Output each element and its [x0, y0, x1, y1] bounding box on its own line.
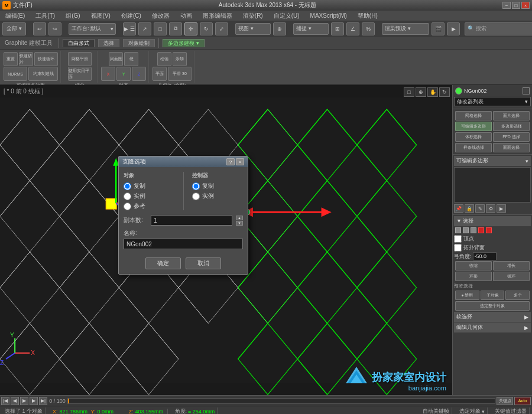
- sub-level-vertex[interactable]: [455, 227, 461, 233]
- rb-hard[interactable]: 硬: [124, 52, 138, 66]
- radio-ctrl-copy[interactable]: 复制: [192, 182, 244, 190]
- rb-axis-x[interactable]: X: [101, 67, 115, 81]
- multi-select-btn[interactable]: 多边形选择: [493, 122, 530, 131]
- redo-button[interactable]: ↪: [48, 22, 61, 35]
- select-dropdown-status[interactable]: 选定对象 ▾: [457, 408, 488, 414]
- tab-select[interactable]: 选择: [98, 39, 119, 47]
- coord-center[interactable]: ⊕: [273, 22, 286, 35]
- menu-tools[interactable]: 工具(T): [33, 11, 58, 21]
- tab-obj-paint[interactable]: 对象绘制: [123, 39, 155, 47]
- menu-help[interactable]: 帮助(H): [355, 11, 381, 21]
- snap-dropdown[interactable]: 捕捉 ▾: [293, 23, 329, 35]
- move-tool[interactable]: ✛: [184, 22, 197, 35]
- scale-tool[interactable]: ⤢: [215, 22, 228, 35]
- count-down[interactable]: ▼: [236, 221, 243, 226]
- prev-param-btn[interactable]: ⚙: [486, 204, 495, 213]
- multi-btn[interactable]: 多个: [505, 291, 530, 300]
- ok-button[interactable]: 确定: [145, 257, 181, 269]
- menu-customize[interactable]: 自定义(U): [271, 11, 303, 21]
- rb-use-plane[interactable]: 使用实用平面: [68, 67, 92, 81]
- rb-smooth30[interactable]: 平滑 30: [168, 67, 192, 81]
- radio-reference[interactable]: 参考: [124, 202, 175, 210]
- search-input-btn[interactable]: 🔍 搜索: [465, 22, 532, 35]
- rb-quick-loop[interactable]: 快速循环: [34, 52, 58, 66]
- ring-btn[interactable]: 环形: [455, 272, 492, 281]
- prev-pin-btn[interactable]: 📌: [454, 204, 463, 213]
- dialog-help-btn[interactable]: ?: [226, 158, 235, 165]
- coord-dropdown[interactable]: 视图 ▾: [235, 23, 271, 35]
- name-input[interactable]: [124, 239, 243, 249]
- rb-axis-z[interactable]: Z: [132, 67, 146, 81]
- workspace-dropdown[interactable]: 工作台: 默认 ▾: [69, 23, 116, 35]
- angle-input[interactable]: [473, 252, 497, 260]
- undo-button[interactable]: ↩: [33, 22, 46, 35]
- grow-btn[interactable]: 增长: [493, 261, 530, 270]
- timeline-prev-btn[interactable]: ◀: [11, 397, 19, 405]
- timeline-next-btn[interactable]: ▶: [30, 397, 38, 405]
- menu-group[interactable]: 组(G): [63, 11, 83, 21]
- menu-file[interactable]: 文件(F): [13, 1, 33, 9]
- menu-animation[interactable]: 动画: [177, 11, 195, 21]
- all-dropdown[interactable]: 全部 ▾: [2, 22, 26, 35]
- maximize-button[interactable]: □: [512, 2, 520, 9]
- radio-instance[interactable]: 实例: [124, 192, 175, 200]
- patch-select-btn[interactable]: 面片选择: [493, 111, 530, 120]
- select-filter[interactable]: ▶ ☰: [123, 22, 136, 35]
- menu-create[interactable]: 创建(C): [118, 11, 144, 21]
- rb-mesh-smooth[interactable]: 网格平滑: [68, 52, 92, 66]
- timeline-last-btn[interactable]: ▶|: [39, 397, 47, 405]
- cancel-button[interactable]: 取消: [186, 257, 221, 269]
- vp-pan[interactable]: ✋: [427, 87, 438, 97]
- vp-zoom-ext[interactable]: ⊕: [416, 87, 426, 97]
- soft-select-header[interactable]: 软选择 ▶: [454, 312, 531, 322]
- close-button[interactable]: ×: [521, 2, 530, 9]
- prev-anim-btn[interactable]: ▶: [497, 204, 506, 213]
- snap-btn[interactable]: ⊞: [331, 22, 344, 35]
- timeline-track[interactable]: [67, 398, 495, 404]
- select-entire-btn[interactable]: 选定整个对象: [455, 301, 530, 311]
- sub-level-elem[interactable]: [486, 227, 492, 233]
- menu-maxscript[interactable]: MAXScript(M): [307, 12, 350, 19]
- topo-checkbox[interactable]: [454, 244, 462, 252]
- rotate-tool[interactable]: ↻: [200, 22, 213, 35]
- rb-relax[interactable]: 松弛: [157, 52, 171, 66]
- viewport-3d[interactable]: [ * 0 前 0 线框 ] □ ⊕ ✋ ↻: [0, 85, 452, 395]
- count-up[interactable]: ▲: [236, 216, 243, 220]
- menu-graph-editor[interactable]: 图形编辑器: [200, 11, 235, 21]
- rb-axis-y[interactable]: Y: [116, 67, 131, 81]
- rb-plane[interactable]: 平面: [153, 67, 167, 81]
- select-obj[interactable]: ↗: [138, 22, 151, 35]
- menu-render[interactable]: 渲染(R): [240, 11, 266, 21]
- object-color-dot[interactable]: [455, 87, 462, 94]
- prev-edit-btn[interactable]: ✎: [475, 204, 485, 213]
- spline-select-btn[interactable]: 样条线选择: [455, 143, 492, 152]
- dialog-close-btn[interactable]: ×: [236, 158, 244, 165]
- rb-constraint[interactable]: 约束制造线: [28, 67, 58, 81]
- poly-select-btn[interactable]: 可编辑多边形: [455, 122, 492, 131]
- rb-to-view[interactable]: 到面图: [109, 52, 123, 66]
- minimize-button[interactable]: −: [502, 2, 511, 9]
- window-crossing[interactable]: ⧉: [169, 22, 182, 35]
- sub-level-poly[interactable]: [478, 227, 484, 233]
- snap-pct[interactable]: %: [362, 22, 375, 35]
- vol-select-btn[interactable]: 体积选择: [455, 132, 492, 142]
- timeline-auto-btn[interactable]: Auto: [514, 397, 531, 405]
- sub-obj-btn[interactable]: 子对象: [481, 291, 505, 300]
- timeline-first-btn[interactable]: |◀: [1, 397, 9, 405]
- vertex-checkbox[interactable]: [454, 235, 462, 243]
- face-select-btn[interactable]: 面面选择: [493, 143, 530, 152]
- timeline-play-btn[interactable]: ▶: [20, 397, 28, 405]
- ffd-select-btn[interactable]: FFD 选择: [493, 132, 530, 142]
- menu-edit[interactable]: 编辑(E): [2, 11, 28, 21]
- loop-btn[interactable]: 循环: [493, 272, 530, 281]
- timeline-key-btn[interactable]: 关键点: [497, 397, 513, 405]
- render-dropdown[interactable]: 渲染预设 ▾: [382, 23, 429, 35]
- menu-view[interactable]: 视图(V): [88, 11, 113, 21]
- render-quick[interactable]: ▶: [447, 22, 460, 35]
- rb-add[interactable]: 添加: [173, 52, 187, 66]
- rb-quick-slice[interactable]: 快速切片: [19, 52, 33, 66]
- tab-polytype[interactable]: 多边形建模 ▾: [163, 39, 205, 47]
- rb-reset[interactable]: 重置: [4, 52, 18, 66]
- sub-level-edge[interactable]: [463, 227, 469, 233]
- shrink-btn[interactable]: 收缩: [455, 261, 492, 270]
